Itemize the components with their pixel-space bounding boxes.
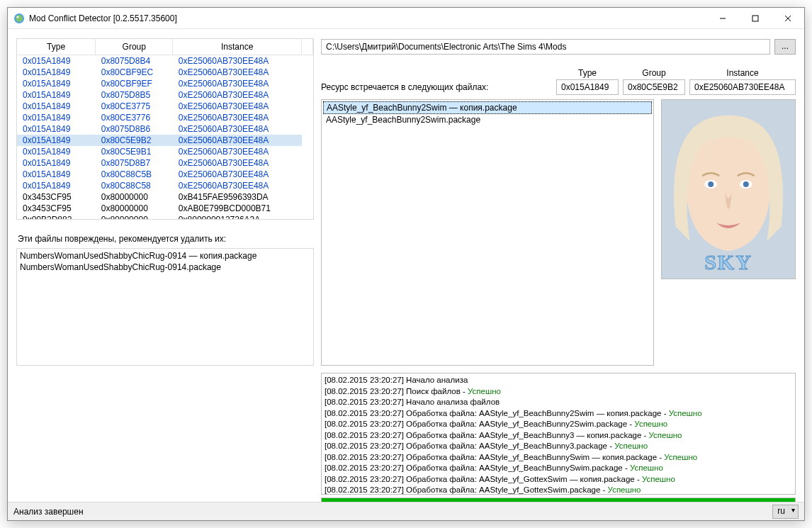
log-line: [08.02.2015 23:20:27] Обработка файла: A… xyxy=(325,430,792,442)
table-row[interactable]: 0x015A18490x80C88C5B0xE25060AB730EE48A xyxy=(17,169,313,180)
log-line: [08.02.2015 23:20:27] Обработка файла: A… xyxy=(325,463,792,474)
table-row[interactable]: 0x015A18490x8075D8B70xE25060AB730EE48A xyxy=(17,157,313,169)
res-col-label: Instance xyxy=(726,68,758,78)
preview-thumbnail: SKY xyxy=(661,99,796,279)
damaged-list[interactable]: NumbersWomanUsedShabbyChicRug-0914 — коп… xyxy=(16,248,314,366)
svg-point-9 xyxy=(708,181,714,187)
maximize-button[interactable] xyxy=(739,8,772,28)
table-row[interactable]: 0x3453CF950x800000000xB415FAE9596393DA xyxy=(17,191,313,203)
col-scroll-spacer xyxy=(302,39,313,55)
table-row[interactable]: 0x015A18490x80CBF9EF0xE25060AB730EE48A xyxy=(17,78,313,89)
res-col-label: Type xyxy=(578,68,597,78)
table-row[interactable]: 0x015A18490x80CE37750xE25060AB730EE48A xyxy=(17,101,313,112)
log-line: [08.02.2015 23:20:27] Обработка файла: A… xyxy=(325,441,792,452)
table-row[interactable]: 0x015A18490x80C5E9B20xE25060AB730EE48A xyxy=(17,135,313,146)
log-line: [08.02.2015 23:20:27] Поиск файлов - Усп… xyxy=(325,386,792,398)
svg-point-11 xyxy=(743,181,749,187)
svg-point-2 xyxy=(17,16,19,18)
table-row[interactable]: 0x015A18490x8075D8B50xE25060AB730EE48A xyxy=(17,89,313,101)
status-bar: Анализ завершен ru xyxy=(8,502,804,520)
col-group[interactable]: Group xyxy=(96,39,173,55)
resource-label: Ресурс встречается в следующих файлах: xyxy=(321,82,549,95)
log-line: [08.02.2015 23:20:27] Обработка файла: A… xyxy=(325,452,792,464)
svg-rect-4 xyxy=(752,16,758,21)
res-field-instance[interactable] xyxy=(689,79,796,95)
log-line: [08.02.2015 23:20:27] Обработка файла: A… xyxy=(325,419,792,430)
table-row[interactable]: 0x015A18490x80C88C580xE25060AB730EE48A xyxy=(17,180,313,191)
files-list[interactable]: AAStyle_yf_BeachBunny2Swim — копия.packa… xyxy=(321,99,654,366)
log-output[interactable]: [08.02.2015 23:20:27] Начало анализа[08.… xyxy=(321,373,796,495)
res-field-group[interactable] xyxy=(623,79,685,95)
table-row[interactable]: 0x015A18490x80CE37760xE25060AB730EE48A xyxy=(17,112,313,123)
log-line: [08.02.2015 23:20:27] Обработка файла: A… xyxy=(325,408,792,420)
res-col-label: Group xyxy=(642,68,665,78)
table-row[interactable]: 0x015A18490x8075D8B40xE25060AB730EE48A xyxy=(17,55,313,67)
table-row[interactable]: 0x015A18490x80CBF9EC0xE25060AB730EE48A xyxy=(17,67,313,78)
list-item[interactable]: AAStyle_yf_BeachBunny2Swim.package xyxy=(323,114,652,125)
table-row[interactable]: 0x3453CF950x800000000xAB0E799BCD000B71 xyxy=(17,203,313,214)
log-line: [08.02.2015 23:20:27] Обработка файла: A… xyxy=(325,474,792,485)
close-button[interactable] xyxy=(772,8,804,28)
list-item[interactable]: NumbersWomanUsedShabbyChicRug-0914 — коп… xyxy=(20,250,310,262)
res-field-type[interactable] xyxy=(556,79,619,95)
app-icon xyxy=(13,13,25,24)
minimize-button[interactable] xyxy=(706,8,739,28)
list-item[interactable]: AAStyle_yf_BeachBunny2Swim — копия.packa… xyxy=(323,101,652,114)
damaged-label: Эти файлы повреждены, рекомендуется удал… xyxy=(16,231,314,248)
table-row[interactable]: 0x015A18490x8075D8B60xE25060AB730EE48A xyxy=(17,123,313,135)
table-row[interactable]: 0x015A18490x80C5E9B10xE25060AB730EE48A xyxy=(17,146,313,157)
titlebar: Mod Conflict Detector [0.2.5517.35600] xyxy=(8,8,804,29)
status-text: Анализ завершен xyxy=(13,507,772,517)
col-instance[interactable]: Instance xyxy=(173,39,302,55)
table-row[interactable]: 0x00B2D8820x800000000x800000012726A3A xyxy=(17,214,313,220)
window-title: Mod Conflict Detector [0.2.5517.35600] xyxy=(29,13,706,23)
log-line: [08.02.2015 23:20:27] Начало анализа фай… xyxy=(325,397,792,408)
col-type[interactable]: Type xyxy=(17,39,96,55)
svg-point-1 xyxy=(16,15,23,22)
preview-watermark: SKY xyxy=(662,250,795,274)
log-line: [08.02.2015 23:20:27] Начало анализа xyxy=(325,375,792,386)
path-input[interactable] xyxy=(321,39,770,55)
browse-button[interactable]: ... xyxy=(774,39,796,55)
conflict-table[interactable]: Type Group Instance 0x015A18490x8075D8B4… xyxy=(16,38,314,220)
log-line: [08.02.2015 23:20:27] Обработка файла: A… xyxy=(325,485,792,495)
language-select[interactable]: ru xyxy=(772,505,799,519)
list-item[interactable]: NumbersWomanUsedShabbyChicRug-0914.packa… xyxy=(20,262,310,273)
